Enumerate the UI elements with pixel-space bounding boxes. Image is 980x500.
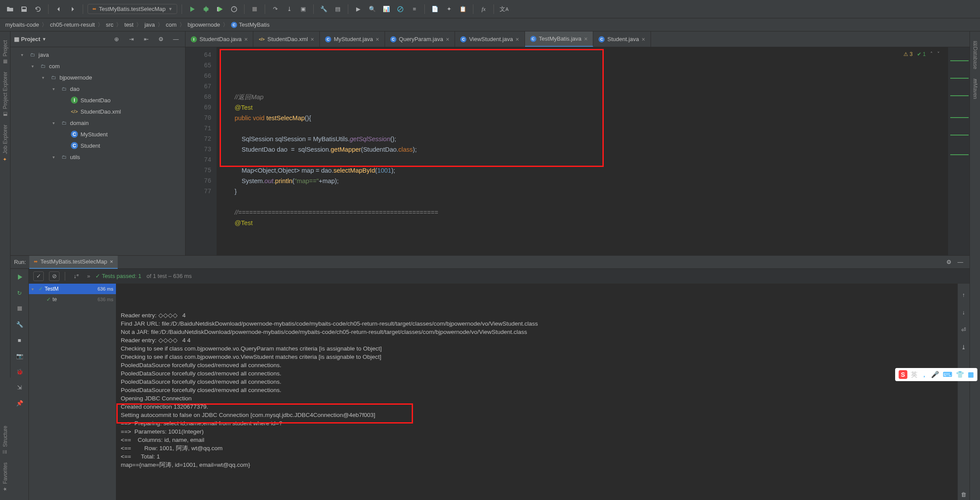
editor-code[interactable]: ⚠ 3 ✔ 1 ˄˅ //返回Map @Test public void tes… xyxy=(217,47,948,255)
inspection-bar[interactable]: ⚠ 3 ✔ 1 ˄˅ xyxy=(903,49,940,59)
wand-icon[interactable]: ✦ xyxy=(443,3,455,15)
export-icon[interactable]: ⇲ xyxy=(14,382,25,393)
bug-rerun-icon[interactable]: 🐞 xyxy=(14,366,25,377)
editor-tab[interactable]: CViewStudent.java× xyxy=(455,31,525,47)
breadcrumb-item[interactable]: java xyxy=(144,21,155,28)
breadcrumb-item[interactable]: bjpowernode xyxy=(188,21,220,28)
run-console[interactable]: Reader entry: ◇◇◇◇ 4 Find JAR URL: file:… xyxy=(116,284,957,500)
coverage-icon[interactable] xyxy=(214,3,226,15)
project-title[interactable]: ▦ Project ▼ xyxy=(14,36,46,42)
project-tree[interactable]: ▾🗀java▾🗀com▾🗀bjpowernode▾🗀daoIStudentDao… xyxy=(10,47,185,255)
strip-database[interactable]: 🗄Database xyxy=(972,41,978,69)
close-icon[interactable]: × xyxy=(642,36,645,43)
minimize-icon[interactable]: — xyxy=(955,257,966,268)
breadcrumb-item[interactable]: src xyxy=(106,21,113,28)
run-config-selector[interactable]: ⬌ TestMyBatis.testSelecMap ▼ xyxy=(88,4,177,14)
strip-project-explorer[interactable]: ◧Project Explorer xyxy=(2,72,8,116)
doc-icon[interactable]: 📄 xyxy=(429,3,441,15)
camera-icon[interactable]: 📷 xyxy=(14,350,25,361)
gear-icon[interactable]: ⚙ xyxy=(155,34,167,45)
close-icon[interactable]: × xyxy=(376,36,379,43)
collapse-icon[interactable]: ⇤ xyxy=(140,34,152,45)
pin-icon[interactable]: 📌 xyxy=(14,397,25,409)
run-icon[interactable] xyxy=(186,3,198,15)
run-tab[interactable]: ⬌ TestMyBatis.testSelecMap × xyxy=(29,256,117,269)
test-tree-row[interactable]: ✓ te636 ms xyxy=(29,294,116,305)
strip-favorites[interactable]: ★Favorites xyxy=(2,462,8,491)
breadcrumb-item[interactable]: mybaits-code xyxy=(5,21,39,28)
breadcrumb-item[interactable]: test xyxy=(124,21,133,28)
back-icon[interactable] xyxy=(53,3,64,15)
target-icon[interactable]: ⊕ xyxy=(111,34,122,45)
editor-tab[interactable]: CStudent.java× xyxy=(593,31,651,47)
tree-row[interactable]: ▾🗀java xyxy=(10,49,185,60)
tree-row[interactable]: ▾🗀dao xyxy=(10,83,185,94)
rerun-icon[interactable] xyxy=(14,271,25,283)
fx-icon[interactable]: fx xyxy=(478,3,489,15)
forward-icon[interactable] xyxy=(67,3,78,15)
clipboard-icon[interactable]: 📋 xyxy=(457,3,469,15)
tree-row[interactable]: IStudentDao xyxy=(10,94,185,106)
tree-row[interactable]: ▾🗀bjpowernode xyxy=(10,72,185,83)
translate-icon[interactable]: 文A xyxy=(498,3,510,15)
open-icon[interactable] xyxy=(4,3,16,15)
stop2-icon[interactable]: ■ xyxy=(14,334,25,346)
chart-icon[interactable]: 📊 xyxy=(381,3,392,15)
test-tree-row[interactable]: ▾✓ TestM636 ms xyxy=(29,284,116,294)
editor-tab[interactable]: CTestMyBatis.java× xyxy=(525,31,594,47)
profile-icon[interactable] xyxy=(228,3,240,15)
ime-skin-icon[interactable]: 👕 xyxy=(956,371,964,378)
editor-minimap[interactable] xyxy=(948,47,970,255)
strip-maven[interactable]: mMaven xyxy=(972,79,978,99)
strip-structure[interactable]: ☰Structure xyxy=(2,426,8,455)
expand-icon[interactable]: ⇥ xyxy=(126,34,137,45)
step-icon[interactable]: ↷ xyxy=(270,3,281,15)
refresh-icon[interactable] xyxy=(32,3,44,15)
no-filter-icon[interactable]: ⊘ xyxy=(49,271,60,281)
rerun-arrow-icon[interactable]: ↻ xyxy=(14,287,25,299)
editor-tab[interactable]: </>StudentDao.xml× xyxy=(253,31,320,47)
strip-project[interactable]: ▦Project xyxy=(2,40,8,64)
tree-row[interactable]: CMyStudent xyxy=(10,128,185,140)
ime-lang[interactable]: 英 xyxy=(911,371,917,379)
gear-icon[interactable]: ⚙ xyxy=(943,257,955,268)
up-icon[interactable]: ↑ xyxy=(958,289,970,300)
save-icon[interactable] xyxy=(18,3,30,15)
download-icon[interactable]: ⤓ xyxy=(284,3,295,15)
scroll-icon[interactable]: ⤓ xyxy=(958,341,970,353)
check-filter-icon[interactable]: ✓ xyxy=(33,271,44,281)
tree-row[interactable]: ▾🗀utils xyxy=(10,151,185,163)
breadcrumb-item[interactable]: com xyxy=(166,21,177,28)
tree-row[interactable]: ▾🗀domain xyxy=(10,117,185,128)
tree-row[interactable]: </>StudentDao.xml xyxy=(10,106,185,117)
layers-icon[interactable]: ▤ xyxy=(332,3,343,15)
close-icon[interactable]: × xyxy=(110,258,113,265)
ime-keyboard-icon[interactable]: ⌨ xyxy=(943,371,952,378)
search-icon[interactable]: 🔍 xyxy=(367,3,378,15)
stop-icon[interactable] xyxy=(14,303,25,314)
down-icon[interactable]: ↓ xyxy=(958,306,970,318)
breadcrumb-item[interactable]: CTestMyBatis xyxy=(231,21,270,28)
minimize-icon[interactable]: — xyxy=(170,34,182,45)
tree-row[interactable]: ▾🗀com xyxy=(10,60,185,72)
ime-grid-icon[interactable]: ▦ xyxy=(968,371,974,378)
breadcrumb-item[interactable]: ch05-return-result xyxy=(50,21,95,28)
editor-tab[interactable]: CMyStudent.java× xyxy=(320,31,385,47)
close-icon[interactable]: × xyxy=(244,36,248,43)
editor-tab[interactable]: CQueryParam.java× xyxy=(385,31,455,47)
wrap-icon[interactable]: ⏎ xyxy=(958,324,970,335)
close-icon[interactable]: × xyxy=(446,36,449,43)
wrench-icon[interactable]: 🔧 xyxy=(14,319,25,330)
debug-icon[interactable] xyxy=(200,3,212,15)
sort-icon[interactable]: ↓ᵉ xyxy=(70,271,82,282)
stop-icon[interactable] xyxy=(249,3,260,15)
forbidden-icon[interactable] xyxy=(395,3,406,15)
close-icon[interactable]: × xyxy=(311,36,314,43)
close-icon[interactable]: × xyxy=(584,35,588,42)
ime-toolbar[interactable]: S 英 ， 🎤 ⌨ 👕 ▦ xyxy=(895,368,977,381)
editor-tab[interactable]: IStudentDao.java× xyxy=(186,31,253,47)
ime-punct-icon[interactable]: ， xyxy=(921,371,928,379)
rows-icon[interactable]: ≡ xyxy=(409,3,420,15)
tree-row[interactable]: CStudent xyxy=(10,140,185,151)
trash-icon[interactable]: 🗑 xyxy=(958,489,970,500)
